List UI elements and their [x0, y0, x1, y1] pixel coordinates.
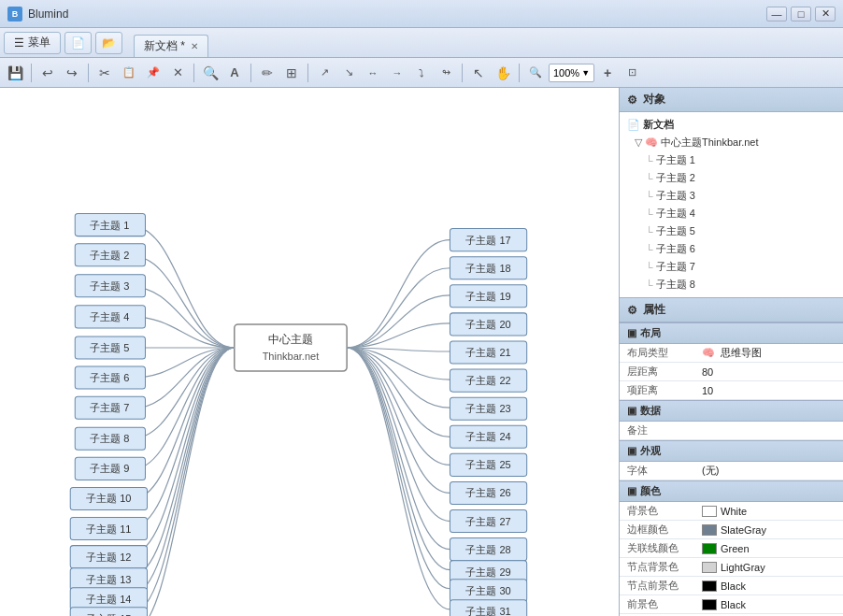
tree-item-4[interactable]: └ 子主题 4: [620, 205, 843, 222]
paste-button[interactable]: 📌: [142, 62, 164, 84]
cursor-button[interactable]: ↖: [467, 62, 490, 84]
svg-text:子主题 10: 子主题 10: [86, 493, 131, 504]
link-color-swatch[interactable]: [702, 543, 717, 554]
root-icon: 📄: [627, 119, 640, 131]
toolbar-separator-6: [462, 64, 463, 82]
menu-bar: ☰ 菜单 📄 📂 新文档 * ✕: [0, 28, 843, 58]
tree-item-1[interactable]: └ 子主题 1: [620, 151, 843, 169]
prop-fg-color: 前景色 Black: [620, 595, 843, 614]
expand-icon: ▽: [635, 136, 642, 149]
right-panel: ⚙ 对象 📄 新文档 ▽ 🧠 中心主题Thinkbar.net └ 子主题 1: [619, 88, 843, 616]
close-button[interactable]: ✕: [815, 7, 836, 21]
undo-button[interactable]: ↩: [36, 62, 59, 84]
svg-text:子主题 12: 子主题 12: [86, 552, 131, 563]
arrow-button[interactable]: ↗: [313, 62, 336, 84]
section-color-header[interactable]: ▣ 颜色: [620, 480, 843, 502]
svg-text:子主题 5: 子主题 5: [90, 342, 129, 353]
prop-layer-distance: 层距离 80: [620, 363, 843, 381]
section-appearance-header[interactable]: ▣ 外观: [620, 440, 843, 462]
objects-icon: ⚙: [627, 93, 637, 107]
find-button[interactable]: 🔍: [199, 62, 221, 84]
mindmap-svg: 中心主题 Thinkbar.net: [0, 88, 619, 616]
branch-icon-8: └: [646, 279, 653, 291]
canvas-area[interactable]: 中心主题 Thinkbar.net: [0, 88, 619, 616]
fit-button[interactable]: ⊡: [621, 62, 643, 84]
toolbar-separator-2: [88, 64, 89, 82]
title-bar: B Blumind — □ ✕: [0, 0, 843, 28]
svg-text:子主题 9: 子主题 9: [90, 463, 129, 474]
zoom-in-button[interactable]: +: [596, 62, 619, 84]
svg-text:子主题 23: 子主题 23: [465, 403, 510, 414]
svg-text:Thinkbar.net: Thinkbar.net: [263, 351, 320, 362]
save-button[interactable]: 💾: [4, 62, 26, 84]
tree-center[interactable]: ▽ 🧠 中心主题Thinkbar.net: [620, 134, 843, 151]
zoom-display: 100% ▼: [549, 64, 594, 82]
zoom-dropdown-icon[interactable]: ▼: [581, 68, 590, 78]
fg-color-swatch[interactable]: [702, 599, 717, 610]
menu-icon: ☰: [14, 36, 24, 50]
branch-icon-6: └: [646, 244, 653, 255]
svg-text:子主题 19: 子主题 19: [465, 291, 510, 302]
arrow4-button[interactable]: →: [386, 62, 408, 84]
node-bg-color-swatch[interactable]: [702, 562, 717, 573]
layout-type-icon: 🧠: [702, 347, 715, 358]
node-fg-color-swatch[interactable]: [702, 580, 717, 592]
arrow6-button[interactable]: ↬: [435, 62, 457, 84]
props-icon: ⚙: [627, 304, 637, 317]
open-file-button[interactable]: 📂: [95, 32, 122, 54]
center-node[interactable]: 中心主题 Thinkbar.net: [235, 324, 347, 371]
svg-text:子主题 11: 子主题 11: [86, 523, 131, 535]
tab-close-button[interactable]: ✕: [191, 41, 198, 51]
minimize-button[interactable]: —: [766, 7, 787, 21]
open-file-icon: 📂: [102, 36, 116, 50]
section-data-header[interactable]: ▣ 数据: [620, 400, 843, 422]
right-nodes: 子主题 17 子主题 18 子主题 19 子主题 20 子主题 21 子主题 2…: [347, 229, 527, 616]
format-button[interactable]: A: [223, 62, 246, 84]
section-data-collapse-icon: ▣: [627, 405, 636, 417]
arrow3-button[interactable]: ↔: [362, 62, 384, 84]
redo-button[interactable]: ↪: [61, 62, 83, 84]
svg-text:子主题 17: 子主题 17: [465, 235, 510, 246]
branch-icon-4: └: [646, 208, 653, 220]
tree-item-2[interactable]: └ 子主题 2: [620, 169, 843, 187]
bg-color-swatch[interactable]: [702, 506, 717, 517]
svg-text:子主题 21: 子主题 21: [465, 347, 510, 358]
pan-button[interactable]: ✋: [492, 62, 514, 84]
svg-text:子主题 20: 子主题 20: [465, 319, 510, 330]
prop-font: 字体 (无): [620, 462, 843, 480]
maximize-button[interactable]: □: [791, 7, 811, 21]
tree-root[interactable]: 📄 新文档: [620, 116, 843, 134]
border-color-swatch[interactable]: [702, 524, 717, 536]
pencil-button[interactable]: ✏: [256, 62, 279, 84]
objects-title: 对象: [643, 92, 665, 107]
arrow5-button[interactable]: ⤵: [410, 62, 433, 84]
svg-text:中心主题: 中心主题: [268, 333, 313, 346]
grid-button[interactable]: ⊞: [280, 62, 303, 84]
svg-text:子主题 2: 子主题 2: [90, 250, 129, 261]
arrow2-button[interactable]: ↘: [337, 62, 360, 84]
tree-item-8[interactable]: └ 子主题 8: [620, 276, 843, 294]
prop-item-distance: 项距离 10: [620, 381, 843, 400]
svg-text:子主题 1: 子主题 1: [90, 220, 129, 231]
branch-icon-1: └: [646, 155, 653, 166]
copy-button[interactable]: 📋: [118, 62, 140, 84]
tab-new-doc[interactable]: 新文档 * ✕: [134, 35, 208, 57]
svg-text:子主题 4: 子主题 4: [90, 311, 129, 322]
menu-button[interactable]: ☰ 菜单: [4, 32, 61, 54]
toolbar-separator-4: [250, 64, 251, 82]
zoom-out-button[interactable]: 🔍: [524, 62, 547, 84]
prop-node-bg-color: 节点背景色 LightGray: [620, 558, 843, 577]
objects-panel-header: ⚙ 对象: [620, 88, 843, 112]
tree-item-3[interactable]: └ 子主题 3: [620, 187, 843, 205]
delete-button[interactable]: ✕: [166, 62, 189, 84]
tree-item-5[interactable]: └ 子主题 5: [620, 222, 843, 240]
toolbar-separator-1: [31, 64, 32, 82]
section-layout-header[interactable]: ▣ 布局: [620, 322, 843, 344]
svg-text:子主题 13: 子主题 13: [86, 574, 131, 585]
tree-item-7[interactable]: └ 子主题 7: [620, 258, 843, 276]
new-file-button[interactable]: 📄: [64, 32, 92, 54]
toolbar-separator-3: [193, 64, 194, 82]
cut-button[interactable]: ✂: [93, 62, 116, 84]
tree-item-6[interactable]: └ 子主题 6: [620, 240, 843, 258]
prop-note: 备注: [620, 422, 843, 440]
